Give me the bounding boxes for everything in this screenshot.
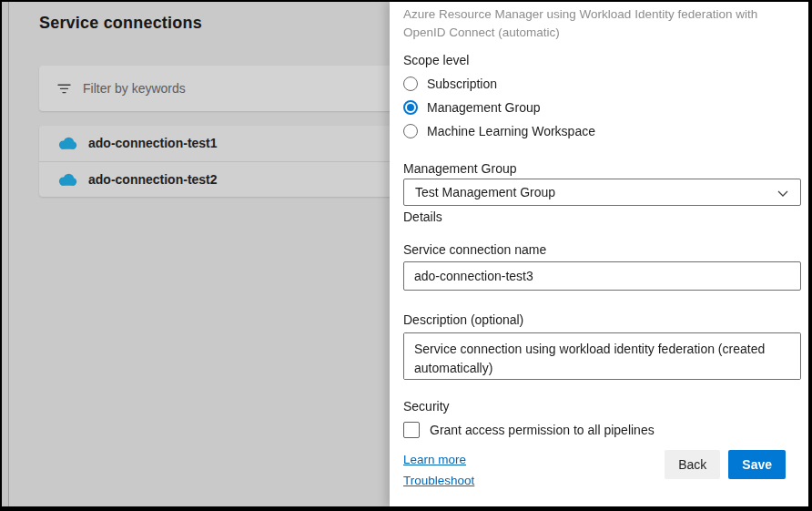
footer-links: Learn more Troubleshoot — [403, 453, 474, 495]
chevron-down-icon — [777, 185, 788, 199]
management-group-selected-value: Test Management Group — [415, 185, 555, 199]
radio-label: Machine Learning Workspace — [427, 124, 595, 138]
grant-access-label: Grant access permission to all pipelines — [430, 423, 655, 437]
service-connections-page: Service connections Filter by keywords — [2, 2, 390, 506]
radio-label: Management Group — [427, 100, 541, 115]
scope-radio-group: Subscription Management Group Machine Le… — [403, 76, 801, 139]
connection-name: ado-connection-test2 — [88, 172, 218, 187]
description-label: Description (optional) — [403, 312, 801, 327]
list-item-connection-1[interactable]: ado-connection-test1 — [39, 126, 390, 161]
filter-input[interactable]: Filter by keywords — [39, 66, 390, 111]
page-title: Service connections — [39, 14, 202, 33]
panel-header: Azure Resource Manager using Workload Id… — [403, 5, 760, 42]
filter-icon — [57, 83, 71, 95]
left-edge-strip — [2, 2, 9, 506]
service-connection-name-label: Service connection name — [403, 242, 801, 257]
list-item-connection-2[interactable]: ado-connection-test2 — [39, 161, 390, 198]
radio-icon — [403, 77, 418, 91]
radio-subscription[interactable]: Subscription — [403, 76, 801, 92]
security-label: Security — [403, 399, 801, 414]
connection-list: ado-connection-test1 ado-connection-test… — [39, 126, 390, 197]
details-label: Details — [403, 210, 801, 224]
azure-cloud-icon — [57, 173, 77, 186]
radio-management-group[interactable]: Management Group — [403, 99, 801, 116]
management-group-label: Management Group — [403, 161, 801, 176]
connection-name: ado-connection-test1 — [88, 136, 218, 150]
troubleshoot-link[interactable]: Troubleshoot — [403, 474, 474, 487]
radio-icon — [403, 100, 418, 115]
filter-placeholder: Filter by keywords — [83, 81, 186, 96]
learn-more-link[interactable]: Learn more — [403, 453, 474, 466]
app-window: Service connections Filter by keywords — [0, 0, 812, 511]
description-textarea[interactable]: Service connection using workload identi… — [403, 332, 801, 380]
radio-label: Subscription — [427, 77, 497, 91]
azure-cloud-icon — [57, 137, 77, 149]
footer-buttons: Back Save — [665, 450, 786, 479]
panel-footer: Learn more Troubleshoot Back Save — [403, 453, 801, 495]
scope-level-label: Scope level — [403, 53, 801, 67]
radio-icon — [403, 124, 418, 138]
save-button[interactable]: Save — [728, 450, 786, 479]
management-group-select[interactable]: Test Management Group — [403, 179, 801, 206]
radio-machine-learning-workspace[interactable]: Machine Learning Workspace — [403, 123, 801, 139]
checkbox-icon — [403, 422, 420, 438]
new-service-connection-panel: Azure Resource Manager using Workload Id… — [390, 2, 808, 506]
grant-access-checkbox-row[interactable]: Grant access permission to all pipelines — [403, 422, 801, 438]
service-connection-name-input[interactable] — [403, 261, 801, 291]
back-button[interactable]: Back — [665, 450, 720, 479]
